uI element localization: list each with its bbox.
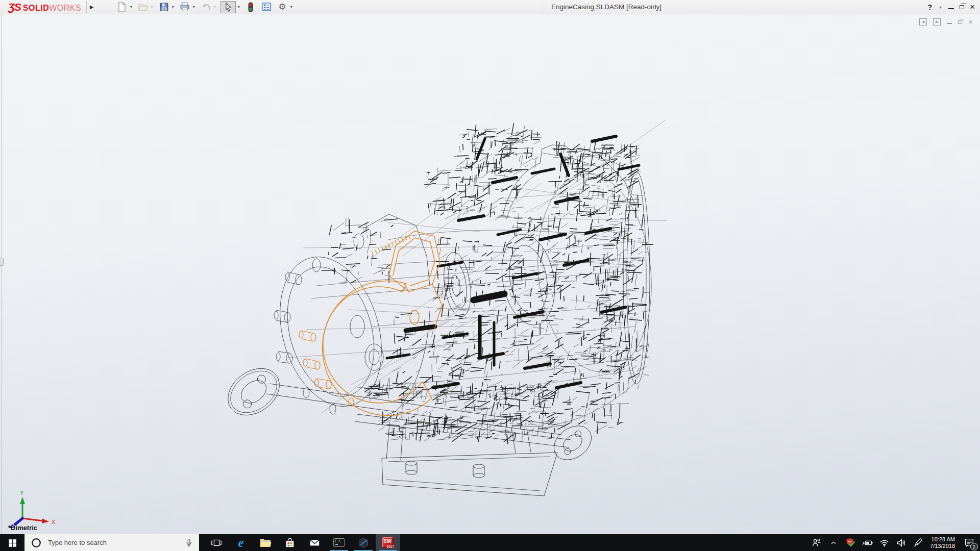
orientation-triad: Y X: [4, 480, 60, 528]
minimize-button[interactable]: [948, 8, 954, 9]
svg-text:sw: sw: [848, 539, 852, 542]
cortana-icon: [31, 537, 42, 548]
windows-ink-button[interactable]: [911, 536, 924, 549]
select-cursor-icon: [224, 2, 233, 12]
task-view-icon: [211, 537, 222, 548]
undo-dropdown: ▾: [212, 5, 217, 9]
taskbar-app-buttons: e C:\: [204, 534, 400, 551]
print-icon: [180, 2, 190, 12]
file-properties-icon: [262, 2, 272, 12]
options-dropdown[interactable]: ▾: [289, 5, 293, 9]
flyout-arrow-icon: ▶: [90, 4, 94, 10]
print-button[interactable]: [179, 1, 191, 13]
file-explorer-icon: [259, 537, 272, 548]
save-floppy-icon: [159, 2, 169, 12]
undo-button[interactable]: [200, 1, 212, 13]
taskbar-solidworks-button[interactable]: SW 2017: [376, 534, 400, 551]
doc-next-window-button[interactable]: ▶: [933, 18, 941, 26]
taskbar-clock[interactable]: 10:28 AM 7/13/2018: [930, 536, 955, 549]
doc-restore-button[interactable]: [958, 20, 962, 24]
taskbar-command-prompt-button[interactable]: C:\: [327, 534, 351, 551]
tray-overflow-button[interactable]: [827, 536, 840, 549]
featuremanager-splitter-handle[interactable]: [0, 258, 4, 266]
solidworks-app-icon: SW 2017: [382, 537, 394, 548]
microsoft-store-icon: [284, 537, 296, 548]
select-tool-button[interactable]: [220, 1, 236, 13]
battery-plug-icon: [861, 537, 873, 548]
doc-prev-window-button[interactable]: ◀: [919, 18, 927, 26]
view-orientation-label: *Dimetric: [8, 524, 37, 532]
select-tool-dropdown[interactable]: ▾: [236, 5, 241, 9]
open-folder-icon: [138, 3, 148, 12]
start-button[interactable]: [0, 534, 24, 551]
gear-icon: ⚙: [279, 3, 286, 11]
solidworks-logo: ƷS SOLID WORKS: [0, 1, 86, 13]
taskbar-store-button[interactable]: [278, 534, 302, 551]
taskbar-edge-button[interactable]: e: [229, 534, 253, 551]
taskbar-file-explorer-button[interactable]: [253, 534, 278, 551]
mail-icon: [309, 537, 321, 548]
solidworks-tray-button[interactable]: sw: [844, 536, 857, 549]
open-dropdown: ▾: [150, 5, 154, 9]
window-title: EngineCasing.SLDASM [Read-only]: [551, 3, 662, 11]
model-wireframe[interactable]: [0, 14, 980, 534]
solidworks-logo-solid: SOLID: [23, 4, 49, 13]
taskbar-hex-app-button[interactable]: [351, 534, 376, 551]
clock-date: 7/13/2018: [930, 543, 955, 549]
left-arrow-icon: ◀: [922, 20, 924, 24]
save-dropdown[interactable]: ▾: [170, 5, 175, 9]
solidworks-shield-check-icon: sw: [844, 537, 856, 549]
right-arrow-icon: ▶: [936, 20, 938, 24]
pen-icon: [913, 537, 923, 548]
taskbar-mail-button[interactable]: [302, 534, 327, 551]
graphics-viewport[interactable]: ◀ ▶ × Y X *Dimetric: [0, 14, 980, 534]
windows-logo-icon: [8, 538, 17, 547]
people-icon: [811, 537, 822, 548]
new-document-button[interactable]: [116, 1, 128, 13]
new-document-icon: [117, 2, 127, 12]
restore-button[interactable]: [960, 5, 964, 9]
close-button[interactable]: ×: [970, 3, 975, 11]
title-bar: ƷS SOLID WORKS ▶ ▾ ▾: [0, 0, 980, 14]
command-prompt-icon: C:\: [333, 538, 345, 547]
edge-icon: e: [238, 536, 243, 549]
hexagon-app-icon: [357, 537, 370, 549]
system-tray: sw: [810, 534, 980, 551]
traffic-light-icon: [248, 2, 254, 12]
solidworks-logo-works: WORKS: [49, 4, 81, 13]
save-button[interactable]: [158, 1, 170, 13]
clock-time: 10:28 AM: [930, 536, 955, 543]
search-placeholder: Type here to search: [48, 539, 107, 546]
triad-y-label: Y: [20, 490, 24, 496]
task-view-button[interactable]: [204, 534, 229, 551]
notification-badge: 2: [970, 543, 978, 550]
speaker-icon: [895, 537, 907, 548]
power-tray-button[interactable]: [861, 536, 874, 549]
wifi-icon: [878, 537, 890, 548]
taskbar-search-box[interactable]: Type here to search: [24, 534, 199, 551]
options-button[interactable]: ⚙: [276, 1, 288, 13]
help-button[interactable]: ?: [928, 3, 933, 11]
quick-access-toolbar: ▾ ▾ ▾: [116, 0, 297, 14]
doc-close-button[interactable]: ×: [968, 18, 973, 26]
network-tray-button[interactable]: [877, 536, 891, 549]
chevron-up-icon: [829, 538, 838, 547]
file-properties-button[interactable]: [260, 1, 273, 13]
document-window-controls: ◀ ▶ ×: [919, 18, 973, 26]
solidworks-logo-mark: ƷS: [8, 1, 21, 13]
people-button[interactable]: [810, 536, 823, 549]
doc-minimize-button[interactable]: [947, 23, 952, 24]
windows-taskbar: Type here to search e: [0, 534, 980, 551]
undo-icon: [201, 3, 211, 12]
help-dropdown[interactable]: ▾: [938, 5, 943, 10]
volume-tray-button[interactable]: [894, 536, 908, 549]
featuremanager-splitter[interactable]: [2, 14, 2, 534]
menu-flyout-button[interactable]: ▶: [86, 1, 96, 13]
open-button[interactable]: [137, 1, 149, 13]
action-center-button[interactable]: 2: [962, 535, 977, 550]
triad-x-label: X: [52, 519, 56, 525]
rebuild-button[interactable]: [244, 1, 257, 13]
microphone-icon[interactable]: [184, 537, 194, 548]
print-dropdown[interactable]: ▾: [191, 5, 196, 9]
new-document-dropdown[interactable]: ▾: [129, 5, 133, 9]
